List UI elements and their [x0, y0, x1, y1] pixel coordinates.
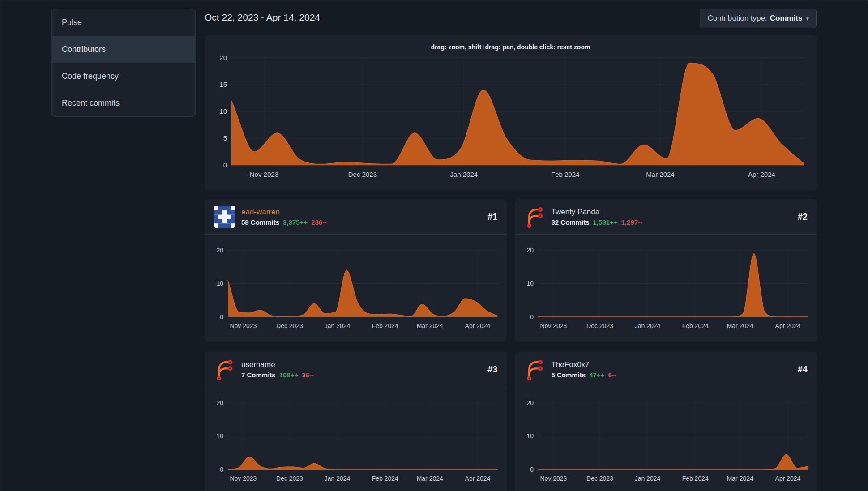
deletions-count: 6--: [608, 371, 616, 379]
contributor-activity-chart[interactable]: Nov 2023Dec 2023Jan 2024Feb 2024Mar 2024…: [515, 235, 817, 342]
additions-count: 1,531++: [593, 218, 618, 226]
contribution-type-value: Commits: [770, 14, 803, 23]
forgejo-logo-avatar: [524, 359, 546, 380]
svg-text:Apr 2024: Apr 2024: [748, 171, 775, 178]
svg-text:Dec 2023: Dec 2023: [276, 322, 303, 329]
svg-text:20: 20: [216, 399, 223, 406]
svg-text:0: 0: [530, 466, 534, 473]
contributor-info: TheFox0x7 5 Commits 47++ 6--: [552, 360, 616, 378]
contributor-stats: 7 Commits 108++ 36--: [241, 371, 314, 379]
contributors-page: Pulse Contributors Code frequency Recent…: [0, 0, 868, 491]
contribution-type-label: Contribution type:: [707, 14, 767, 23]
contributor-info: earl-warren 58 Commits 3,375++ 286--: [241, 207, 327, 226]
activity-sidebar: Pulse Contributors Code frequency Recent…: [51, 9, 196, 117]
commit-count: 5 Commits: [552, 371, 586, 379]
svg-text:Mar 2024: Mar 2024: [417, 322, 443, 329]
svg-text:Feb 2024: Feb 2024: [372, 322, 398, 329]
identicon-avatar[interactable]: [214, 206, 235, 228]
contributor-card-header: username 7 Commits 108++ 36-- #3: [205, 352, 507, 387]
contributor-rank: #2: [798, 212, 808, 222]
commit-count: 32 Commits: [552, 218, 590, 226]
svg-text:Mar 2024: Mar 2024: [417, 475, 443, 482]
svg-text:Jan 2024: Jan 2024: [325, 322, 351, 329]
svg-text:0: 0: [530, 313, 534, 320]
svg-text:Mar 2024: Mar 2024: [727, 322, 753, 329]
overall-commits-chart[interactable]: Nov 2023Dec 2023Jan 2024Feb 2024Mar 2024…: [214, 51, 808, 186]
svg-text:Nov 2023: Nov 2023: [230, 322, 257, 329]
sidebar-item-code-frequency[interactable]: Code frequency: [52, 63, 195, 90]
contributor-name: Twenty Panda: [552, 207, 643, 217]
svg-text:5: 5: [223, 134, 227, 142]
chevron-down-icon: ▾: [806, 15, 809, 22]
svg-text:20: 20: [216, 247, 223, 254]
contributor-card-header: Twenty Panda 32 Commits 1,531++ 1,297-- …: [515, 199, 817, 235]
svg-text:Dec 2023: Dec 2023: [276, 475, 303, 482]
contributor-info: username 7 Commits 108++ 36--: [241, 360, 314, 378]
svg-text:Nov 2023: Nov 2023: [540, 322, 567, 329]
svg-text:Mar 2024: Mar 2024: [727, 475, 753, 482]
contributor-info: Twenty Panda 32 Commits 1,531++ 1,297--: [552, 207, 643, 226]
svg-text:Dec 2023: Dec 2023: [348, 171, 377, 178]
content-header: Oct 22, 2023 - Apr 14, 2024 Contribution…: [205, 9, 817, 28]
contributor-card-1: earl-warren 58 Commits 3,375++ 286-- #1 …: [205, 199, 507, 342]
svg-text:10: 10: [526, 432, 534, 440]
sidebar-item-label: Contributors: [62, 45, 106, 54]
date-range-title: Oct 22, 2023 - Apr 14, 2024: [205, 12, 320, 23]
svg-text:15: 15: [219, 81, 227, 88]
additions-count: 3,375++: [283, 218, 308, 226]
commit-count: 7 Commits: [241, 371, 276, 379]
svg-text:Feb 2024: Feb 2024: [551, 171, 579, 178]
svg-text:Apr 2024: Apr 2024: [465, 475, 491, 482]
contributor-card-2: Twenty Panda 32 Commits 1,531++ 1,297-- …: [515, 199, 817, 342]
overall-commits-panel: drag: zoom, shift+drag: pan, double clic…: [205, 35, 817, 190]
contributor-stats: 5 Commits 47++ 6--: [552, 371, 616, 379]
svg-text:Apr 2024: Apr 2024: [775, 475, 800, 482]
svg-text:Nov 2023: Nov 2023: [250, 171, 278, 178]
svg-text:Mar 2024: Mar 2024: [646, 171, 674, 178]
contributor-activity-chart[interactable]: Nov 2023Dec 2023Jan 2024Feb 2024Mar 2024…: [515, 387, 817, 491]
svg-text:Dec 2023: Dec 2023: [586, 322, 613, 329]
sidebar-item-recent-commits[interactable]: Recent commits: [52, 90, 195, 116]
svg-text:Nov 2023: Nov 2023: [540, 475, 567, 482]
deletions-count: 36--: [302, 371, 314, 379]
svg-text:Feb 2024: Feb 2024: [682, 322, 708, 329]
forgejo-logo-avatar: [524, 206, 546, 228]
svg-text:10: 10: [526, 280, 534, 287]
contributor-activity-chart[interactable]: Nov 2023Dec 2023Jan 2024Feb 2024Mar 2024…: [205, 387, 507, 491]
svg-text:Jan 2024: Jan 2024: [450, 171, 478, 178]
contributor-card-header: TheFox0x7 5 Commits 47++ 6-- #4: [515, 352, 817, 387]
svg-text:Dec 2023: Dec 2023: [586, 475, 613, 482]
contributor-name: username: [241, 360, 314, 369]
sidebar-item-label: Code frequency: [62, 72, 119, 81]
main-content: Oct 22, 2023 - Apr 14, 2024 Contribution…: [205, 9, 817, 491]
svg-text:20: 20: [526, 399, 534, 406]
svg-text:0: 0: [220, 313, 223, 320]
svg-text:0: 0: [223, 161, 227, 169]
contributor-activity-chart[interactable]: Nov 2023Dec 2023Jan 2024Feb 2024Mar 2024…: [205, 235, 507, 342]
contributor-cards-grid: earl-warren 58 Commits 3,375++ 286-- #1 …: [205, 199, 817, 491]
contributor-rank: #4: [798, 364, 808, 375]
svg-text:10: 10: [219, 107, 227, 115]
svg-text:Jan 2024: Jan 2024: [325, 475, 351, 482]
deletions-count: 286--: [311, 218, 327, 226]
additions-count: 47++: [589, 371, 604, 379]
contributor-card-4: TheFox0x7 5 Commits 47++ 6-- #4 Nov 2023…: [515, 352, 817, 491]
commit-count: 58 Commits: [241, 218, 279, 226]
chart-zoom-hint: drag: zoom, shift+drag: pan, double clic…: [214, 43, 808, 51]
contributor-card-header: earl-warren 58 Commits 3,375++ 286-- #1: [205, 199, 507, 235]
svg-text:Apr 2024: Apr 2024: [465, 322, 491, 329]
svg-text:Jan 2024: Jan 2024: [634, 322, 660, 329]
svg-text:10: 10: [216, 280, 223, 287]
svg-text:20: 20: [526, 247, 534, 254]
svg-text:20: 20: [219, 54, 227, 61]
sidebar-item-contributors[interactable]: Contributors: [52, 36, 195, 63]
sidebar-item-label: Recent commits: [62, 98, 120, 108]
svg-text:Jan 2024: Jan 2024: [634, 475, 660, 482]
contributor-card-3: username 7 Commits 108++ 36-- #3 Nov 202…: [205, 352, 507, 491]
sidebar-item-pulse[interactable]: Pulse: [52, 9, 195, 36]
contributor-rank: #1: [487, 212, 497, 222]
svg-text:0: 0: [220, 466, 223, 473]
contribution-type-dropdown[interactable]: Contribution type: Commits ▾: [700, 9, 817, 28]
contributor-name[interactable]: earl-warren: [241, 207, 327, 217]
svg-text:10: 10: [216, 432, 223, 440]
